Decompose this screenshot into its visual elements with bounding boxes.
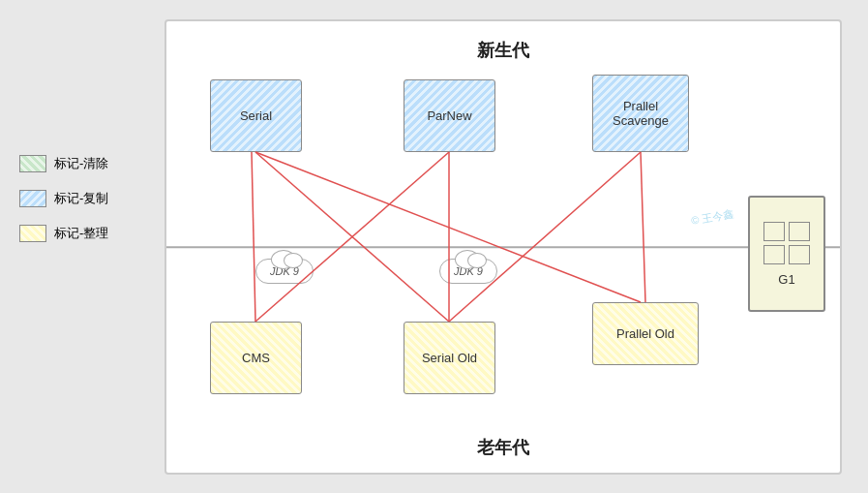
watermark: © 王今鑫 [690, 206, 734, 228]
svg-line-0 [255, 152, 449, 322]
legend-icon-compact [19, 225, 46, 242]
legend-item-compact: 标记-整理 [19, 225, 108, 242]
gc-diagram: 新生代 老年代 Serial ParNew PrallelScavenge CM… [165, 19, 842, 475]
serial-label: Serial [240, 108, 272, 123]
parnew-label: ParNew [427, 108, 471, 123]
g1-cell-4 [789, 245, 810, 264]
serial-old-collector-box: Serial Old [404, 322, 495, 394]
jdk9-cloud-2: JDK 9 [439, 259, 497, 284]
jdk9-cloud-shape-2: JDK 9 [439, 259, 497, 284]
jdk9-label-1: JDK 9 [270, 265, 299, 277]
serial-old-label: Serial Old [422, 351, 477, 365]
generation-divider [166, 246, 840, 248]
svg-line-1 [252, 152, 255, 322]
legend-item-clear: 标记-清除 [19, 155, 108, 172]
legend-icon-clear [19, 155, 46, 172]
legend-label-clear: 标记-清除 [54, 155, 108, 172]
cms-label: CMS [242, 351, 270, 365]
young-gen-label: 新生代 [477, 39, 529, 62]
prallel-old-label: Prallel Old [616, 326, 674, 341]
prallel-scavenge-collector-box: PrallelScavenge [592, 75, 689, 152]
g1-collector-box: G1 [748, 196, 825, 312]
prallel-scavenge-label: PrallelScavenge [613, 99, 669, 128]
g1-grid [763, 222, 810, 264]
g1-cell-3 [763, 245, 785, 264]
old-gen-label: 老年代 [477, 436, 529, 459]
g1-label: G1 [778, 272, 794, 287]
main-container: 标记-清除 标记-复制 标记-整理 新生代 老年代 Serial ParNew … [0, 0, 868, 493]
legend-label-compact: 标记-整理 [54, 225, 108, 242]
parnew-collector-box: ParNew [404, 79, 495, 152]
serial-collector-box: Serial [210, 79, 302, 152]
svg-line-4 [641, 152, 645, 302]
jdk9-cloud-1: JDK 9 [255, 259, 314, 284]
legend: 标记-清除 标记-复制 标记-整理 [19, 155, 108, 242]
g1-cell-1 [763, 222, 785, 241]
legend-icon-copy [19, 190, 46, 207]
cms-collector-box: CMS [210, 322, 302, 394]
legend-item-copy: 标记-复制 [19, 190, 108, 207]
jdk9-cloud-shape-1: JDK 9 [255, 259, 314, 284]
legend-label-copy: 标记-复制 [54, 190, 108, 207]
g1-cell-2 [789, 222, 810, 241]
jdk9-label-2: JDK 9 [454, 265, 483, 277]
prallel-old-collector-box: Prallel Old [592, 302, 699, 365]
svg-line-5 [449, 152, 641, 322]
svg-line-2 [255, 152, 449, 322]
